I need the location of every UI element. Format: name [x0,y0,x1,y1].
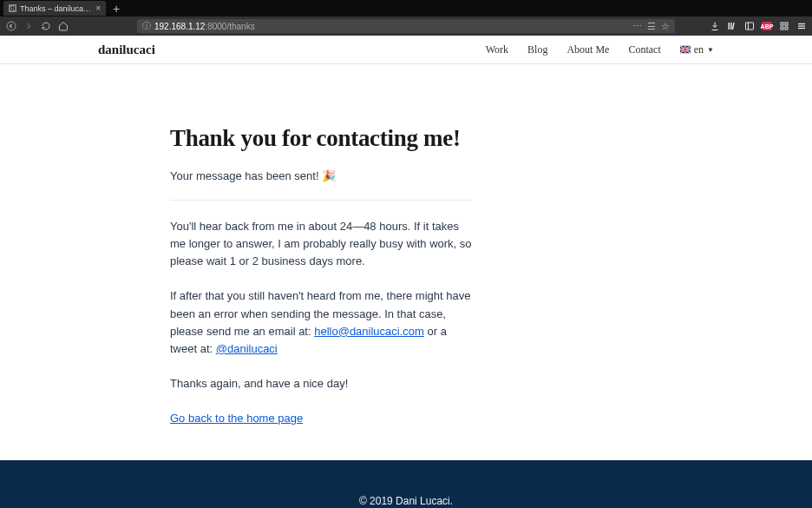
svg-point-0 [7,22,16,30]
adblock-icon[interactable]: ABP [762,22,772,30]
tab-favicon-icon: dl [9,4,16,12]
svg-rect-3 [732,23,735,30]
back-home-link[interactable]: Go back to the home page [170,412,303,425]
nav-work[interactable]: Work [486,43,508,56]
bookmark-icon[interactable]: ☆ [661,21,670,32]
page-title: Thank you for contacting me! [170,125,571,152]
info-icon[interactable]: ⓘ [142,20,151,32]
url-port: :8000 [205,22,226,31]
menu-icon[interactable] [796,21,807,31]
footer-copyright: © 2019 Dani Lucaci. [0,495,812,507]
page-actions-icon[interactable]: ⋯ [632,21,642,32]
main-nav: Work Blog About Me Contact en ▼ [486,43,714,56]
page-viewport: danilucaci Work Blog About Me Contact en… [0,36,812,508]
back-button[interactable] [5,20,17,32]
close-tab-icon[interactable]: × [95,3,101,13]
url-bar[interactable]: ⓘ 192.168.1.12:8000/thanks ⋯ ☰ ☆ [137,19,675,33]
nav-contact[interactable]: Contact [628,43,660,56]
divider [170,200,472,201]
svg-rect-2 [730,23,732,30]
site-header: danilucaci Work Blog About Me Contact en… [89,36,723,63]
extension-icon[interactable] [779,21,789,31]
language-label: en [694,43,704,56]
browser-tab[interactable]: dl Thanks – danilucaci.com | Prod × [3,1,106,16]
site-logo[interactable]: danilucaci [98,43,155,57]
browser-toolbar: ⓘ 192.168.1.12:8000/thanks ⋯ ☰ ☆ ABP [0,16,812,36]
twitter-link[interactable]: @danilucaci [216,342,278,355]
nav-blog[interactable]: Blog [527,43,547,56]
url-host: 192.168.1.12 [154,22,205,31]
svg-rect-8 [781,27,783,30]
svg-rect-9 [785,27,788,30]
library-icon[interactable] [727,21,737,31]
url-path: /thanks [226,22,254,31]
email-link[interactable]: hello@danilucaci.com [314,325,424,338]
svg-rect-6 [781,23,783,25]
tab-title: Thanks – danilucaci.com | Prod [20,4,92,13]
site-footer: © 2019 Dani Lucaci. Built with Gatsby.js… [0,460,812,508]
reload-button[interactable] [40,20,52,32]
svg-rect-1 [729,23,730,30]
home-button[interactable] [57,20,69,32]
confirmation-message: Your message has been sent! 🎉 [170,169,571,182]
svg-rect-4 [746,23,754,30]
svg-rect-7 [785,23,788,25]
reader-mode-icon[interactable]: ☰ [647,21,656,32]
main-content: Thank you for contacting me! Your messag… [128,64,684,460]
fallback-contact-note: If after that you still haven't heard fr… [170,287,475,358]
browser-tab-bar: dl Thanks – danilucaci.com | Prod × + [0,0,812,16]
flag-uk-icon [680,45,691,54]
chevron-down-icon: ▼ [707,46,714,54]
closing-note: Thanks again, and have a nice day! [170,375,475,393]
language-selector[interactable]: en ▼ [680,43,714,56]
forward-button[interactable] [23,20,35,32]
sidebar-icon[interactable] [744,21,755,31]
nav-about[interactable]: About Me [566,43,609,56]
new-tab-button[interactable]: + [113,2,120,16]
downloads-icon[interactable] [710,21,720,31]
response-time-note: You'll hear back from me in about 24—48 … [170,218,475,270]
